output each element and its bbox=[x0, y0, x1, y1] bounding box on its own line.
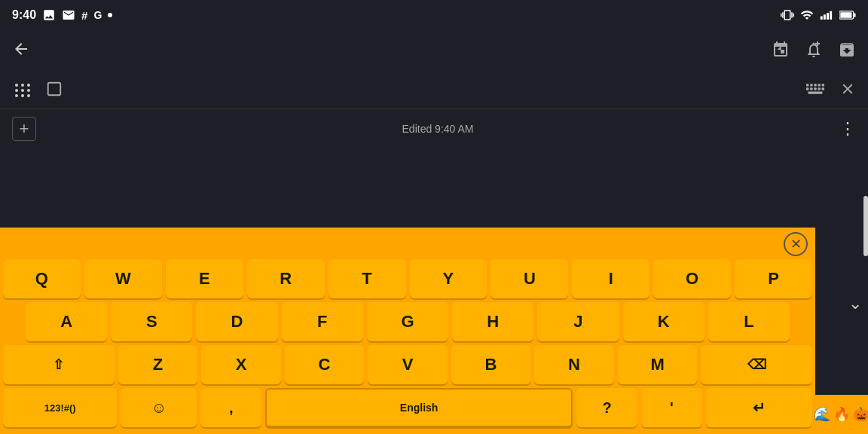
key-p[interactable]: P bbox=[735, 259, 812, 298]
svg-rect-12 bbox=[822, 84, 824, 86]
key-g[interactable]: G bbox=[367, 302, 448, 341]
key-h[interactable]: H bbox=[452, 302, 533, 341]
keyboard-top-bar: ✕ bbox=[0, 228, 815, 258]
comma-key[interactable]: , bbox=[200, 388, 261, 427]
svg-rect-0 bbox=[821, 17, 823, 20]
svg-rect-7 bbox=[48, 83, 61, 96]
keyboard-close-button[interactable]: ✕ bbox=[784, 232, 808, 256]
key-a[interactable]: A bbox=[26, 302, 107, 341]
signal-icon bbox=[820, 8, 833, 22]
scrollbar-handle[interactable] bbox=[863, 196, 868, 256]
numbers-key[interactable]: 123!#() bbox=[3, 388, 117, 427]
wifi-icon bbox=[800, 8, 814, 22]
emoji-key[interactable]: ☺ bbox=[121, 388, 197, 427]
svg-rect-8 bbox=[806, 84, 808, 86]
enter-key[interactable]: ↵ bbox=[706, 388, 812, 427]
pin-button[interactable] bbox=[772, 41, 790, 62]
top-toolbar bbox=[0, 30, 868, 72]
news-icon: G bbox=[93, 9, 102, 21]
svg-rect-6 bbox=[840, 12, 851, 18]
key-b[interactable]: B bbox=[451, 345, 531, 384]
toolbar-right bbox=[772, 41, 856, 62]
keyboard-row-2: A S D F G H J K L bbox=[3, 302, 812, 341]
svg-rect-17 bbox=[822, 87, 824, 90]
slack-icon: # bbox=[81, 9, 87, 22]
key-k[interactable]: K bbox=[623, 302, 704, 341]
key-v[interactable]: V bbox=[368, 345, 448, 384]
question-key[interactable]: ? bbox=[576, 388, 637, 427]
status-left: 9:40 # G bbox=[12, 8, 112, 22]
square-view-button[interactable] bbox=[46, 81, 63, 100]
time-display: 9:40 bbox=[12, 8, 36, 22]
toolbar2 bbox=[0, 72, 868, 108]
add-block-button[interactable]: + bbox=[12, 117, 36, 141]
archive-button[interactable] bbox=[838, 41, 856, 62]
close-toolbar-button[interactable] bbox=[839, 81, 856, 100]
key-r[interactable]: R bbox=[247, 259, 325, 298]
strip-emoji-1[interactable]: 🌊 bbox=[814, 406, 830, 423]
key-d[interactable]: D bbox=[196, 302, 277, 341]
keyboard-row-bottom: 123!#() ☺ , English ? ' ↵ bbox=[3, 388, 812, 427]
chevron-down-button[interactable]: ⌄ bbox=[848, 294, 862, 313]
svg-rect-3 bbox=[830, 11, 832, 20]
keyboard-container: ✕ Q W E R T Y U I O P A S D F G H J K L bbox=[0, 228, 815, 434]
more-options-button[interactable]: ⋮ bbox=[839, 119, 856, 139]
key-m[interactable]: M bbox=[618, 345, 698, 384]
keyboard-icon[interactable] bbox=[806, 83, 824, 98]
svg-rect-11 bbox=[818, 84, 820, 86]
battery-icon bbox=[839, 10, 856, 20]
key-n[interactable]: N bbox=[534, 345, 614, 384]
toolbar2-right bbox=[806, 81, 856, 100]
status-bar: 9:40 # G bbox=[0, 0, 868, 30]
key-o[interactable]: O bbox=[653, 259, 731, 298]
backspace-key[interactable]: ⌫ bbox=[701, 345, 812, 384]
back-button[interactable] bbox=[12, 40, 30, 63]
bell-add-button[interactable] bbox=[805, 41, 823, 62]
key-z[interactable]: Z bbox=[118, 345, 198, 384]
key-c[interactable]: C bbox=[285, 345, 365, 384]
strip-emoji-2[interactable]: 🔥 bbox=[833, 406, 850, 423]
status-right bbox=[781, 8, 856, 22]
svg-rect-14 bbox=[810, 87, 812, 90]
key-w[interactable]: W bbox=[84, 259, 162, 298]
apostrophe-key[interactable]: ' bbox=[641, 388, 702, 427]
toolbar-left bbox=[12, 40, 30, 63]
edited-timestamp: Edited 9:40 AM bbox=[402, 123, 474, 135]
mail-icon bbox=[62, 8, 75, 22]
key-e[interactable]: E bbox=[166, 259, 243, 298]
spacebar-key[interactable]: English bbox=[265, 388, 573, 427]
svg-rect-9 bbox=[810, 84, 812, 86]
key-s[interactable]: S bbox=[111, 302, 192, 341]
key-i[interactable]: I bbox=[572, 259, 649, 298]
key-f[interactable]: F bbox=[282, 302, 363, 341]
strip-emoji-3[interactable]: 🎃 bbox=[853, 406, 868, 423]
bottom-emoji-strip: 🌊 🔥 🎃 bbox=[815, 395, 868, 434]
vibrate-icon bbox=[781, 8, 794, 22]
svg-rect-5 bbox=[854, 13, 856, 17]
toolbar2-left bbox=[12, 81, 63, 100]
keyboard-row-1: Q W E R T Y U I O P bbox=[3, 259, 812, 298]
key-t[interactable]: T bbox=[329, 259, 406, 298]
svg-rect-2 bbox=[827, 13, 829, 20]
svg-rect-15 bbox=[814, 87, 816, 90]
key-y[interactable]: Y bbox=[410, 259, 487, 298]
dot-indicator bbox=[108, 13, 112, 17]
svg-rect-1 bbox=[824, 14, 826, 20]
svg-rect-18 bbox=[808, 91, 823, 93]
keyboard-rows: Q W E R T Y U I O P A S D F G H J K L ⇧ … bbox=[0, 258, 815, 434]
svg-rect-13 bbox=[806, 87, 808, 90]
grid-view-button[interactable] bbox=[12, 81, 34, 100]
key-u[interactable]: U bbox=[491, 259, 568, 298]
key-l[interactable]: L bbox=[708, 302, 790, 341]
svg-rect-10 bbox=[814, 84, 816, 86]
shift-key[interactable]: ⇧ bbox=[3, 345, 115, 384]
keyboard-row-3: ⇧ Z X C V B N M ⌫ bbox=[3, 345, 812, 384]
key-q[interactable]: Q bbox=[3, 259, 81, 298]
key-j[interactable]: J bbox=[537, 302, 619, 341]
photos-icon bbox=[42, 8, 56, 22]
note-toolbar: + Edited 9:40 AM ⋮ bbox=[0, 108, 868, 148]
key-x[interactable]: X bbox=[201, 345, 281, 384]
svg-rect-16 bbox=[818, 87, 820, 90]
